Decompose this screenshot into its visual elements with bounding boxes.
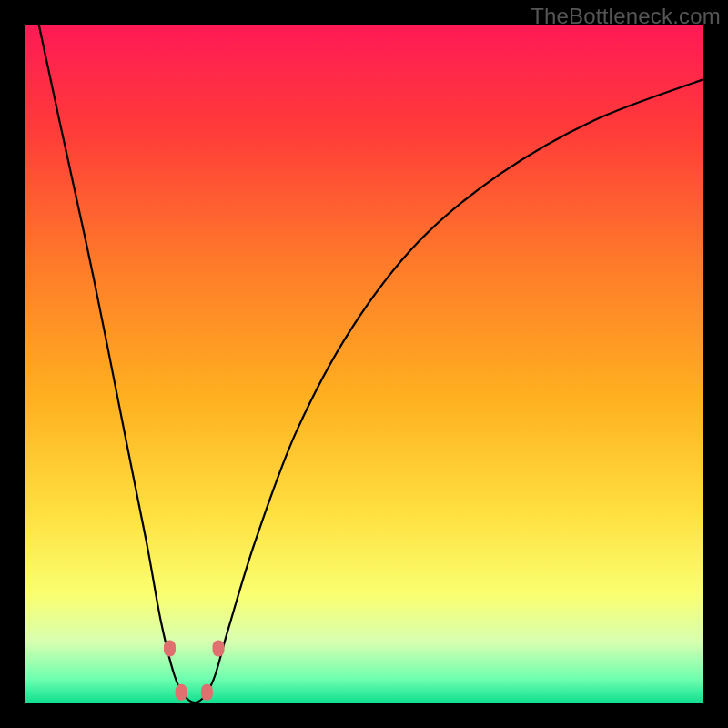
marker-dot bbox=[201, 684, 213, 701]
marker-dot bbox=[164, 640, 176, 656]
gradient-background bbox=[25, 25, 703, 703]
chart-frame: TheBottleneck.com bbox=[0, 0, 728, 728]
chart-svg bbox=[25, 25, 703, 703]
plot-area bbox=[25, 25, 703, 703]
marker-dot bbox=[213, 640, 225, 656]
watermark-text: TheBottleneck.com bbox=[531, 4, 721, 29]
marker-dot bbox=[176, 684, 187, 701]
